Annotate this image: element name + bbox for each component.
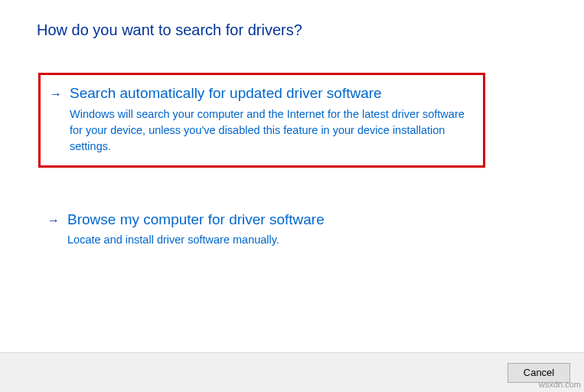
- arrow-right-icon: →: [50, 87, 62, 101]
- footer-bar: Cancel: [0, 352, 584, 392]
- option-auto-description: Windows will search your computer and th…: [70, 106, 474, 155]
- option-browse-computer[interactable]: → Browse my computer for driver software…: [38, 201, 485, 260]
- option-auto-title: Search automatically for updated driver …: [70, 84, 474, 103]
- option-manual-title: Browse my computer for driver software: [67, 211, 476, 230]
- arrow-right-icon: →: [47, 214, 60, 227]
- page-title: How do you want to search for drivers?: [37, 21, 546, 39]
- option-manual-description: Locate and install driver software manua…: [67, 232, 476, 248]
- watermark: wsxdn.com: [539, 380, 581, 389]
- option-search-automatically[interactable]: → Search automatically for updated drive…: [38, 73, 485, 168]
